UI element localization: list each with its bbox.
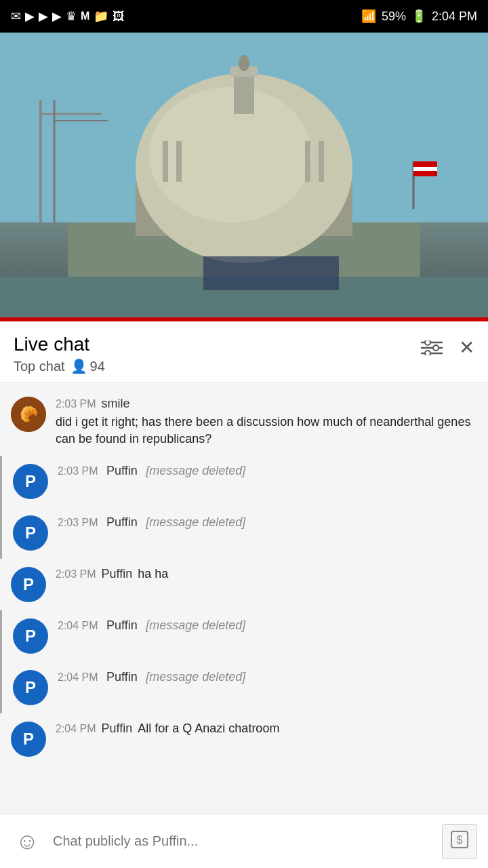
list-item: P 2:04 PM Puffin [message deleted] [0,662,488,713]
svg-text:🥐: 🥐 [20,405,39,423]
send-icon-svg: $ [450,830,469,849]
chat-input[interactable] [53,825,432,858]
video-content [0,33,488,317]
message-author: smile [102,397,130,411]
clock: 2:04 PM [432,9,477,24]
chat-messages: 🥐 2:03 PM smile did i get it right; has … [0,383,488,831]
live-chat-title: Live chat [14,334,105,355]
m-icon: M [81,10,89,22]
message-deleted: [message deleted] [146,515,245,529]
viewers-icon: 👤 [70,358,87,374]
message-time: 2:03 PM [58,517,98,528]
close-button[interactable]: ✕ [459,336,474,359]
message-icon: ✉ [11,9,21,24]
status-bar: ✉ ▶ ▶ ▶ ♛ M 📁 🖼 📶 59% 🔋 2:04 PM [0,0,488,33]
message-time: 2:04 PM [56,723,96,735]
video-area[interactable] [0,33,488,317]
status-icons-left: ✉ ▶ ▶ ▶ ♛ M 📁 🖼 [11,9,125,24]
message-author: Puffin [106,618,138,632]
avatar: P [13,515,48,551]
avatar: P [13,618,48,654]
svg-rect-11 [319,141,324,182]
live-chat-title-area: Live chat Top chat 👤 94 [14,334,105,374]
svg-point-22 [425,340,430,345]
message-deleted: [message deleted] [146,618,245,632]
folder-icon: 📁 [94,9,108,24]
message-deleted: [message deleted] [146,464,245,477]
svg-point-7 [239,55,249,71]
play-icon-2: ▶ [39,9,48,24]
message-content: 2:03 PM Puffin [message deleted] [58,515,477,530]
list-item: P 2:03 PM Puffin ha ha [0,559,488,610]
viewer-count: 👤 94 [70,358,105,374]
message-text: did i get it right; has there been a dis… [56,414,477,448]
message-time: 2:03 PM [56,568,96,580]
top-chat-label[interactable]: Top chat [14,359,65,374]
svg-point-26 [425,351,430,355]
message-text: All for a Q Anazi chatroom [138,722,279,736]
avatar: P [11,722,46,757]
smile-avatar: 🥐 [11,397,46,432]
viewer-count-number: 94 [90,359,105,374]
message-content: 2:04 PM Puffin [message deleted] [58,670,477,684]
avatar: 🥐 [11,397,46,432]
message-content: 2:04 PM Puffin All for a Q Anazi chatroo… [56,722,477,738]
message-meta: 2:03 PM smile [56,397,477,411]
emoji-button[interactable]: ☺ [11,825,43,858]
avatar: P [13,464,48,499]
message-time: 2:04 PM [58,620,98,631]
avatar: P [13,670,48,705]
svg-rect-18 [413,167,437,171]
list-item: P 2:04 PM Puffin All for a Q Anazi chatr… [0,713,488,765]
svg-point-4 [149,87,312,222]
message-meta: 2:04 PM Puffin All for a Q Anazi chatroo… [56,722,477,736]
live-chat-header: Live chat Top chat 👤 94 ✕ [0,321,488,383]
message-author: Puffin [102,722,133,736]
message-deleted: [message deleted] [146,670,245,684]
list-item: P 2:04 PM Puffin [message deleted] [0,610,488,662]
send-icon: $ [450,830,469,853]
svg-rect-8 [163,141,168,182]
message-meta: 2:03 PM Puffin ha ha [56,567,477,581]
status-icons-right: 📶 59% 🔋 2:04 PM [361,9,477,24]
crown-icon: ♛ [66,9,77,24]
send-button[interactable]: $ [442,824,477,859]
message-author: Puffin [106,515,138,529]
message-author: Puffin [106,670,138,684]
filter-icon-svg [421,340,443,355]
filter-button[interactable] [421,340,443,355]
message-time: 2:04 PM [58,671,98,683]
svg-rect-10 [305,141,310,182]
emoji-icon: ☺ [16,828,39,854]
svg-text:$: $ [457,834,463,846]
play-icon-1: ▶ [25,9,35,24]
message-content: 2:03 PM smile did i get it right; has th… [56,397,477,448]
message-author: Puffin [106,464,138,477]
play-icon-3: ▶ [52,9,62,24]
battery-text: 59% [382,9,406,24]
message-time: 2:03 PM [56,398,96,410]
message-content: 2:03 PM Puffin ha ha [56,567,477,584]
header-actions: ✕ [421,334,474,359]
chat-input-bar: ☺ $ [0,814,488,868]
wifi-icon: 📶 [361,9,376,24]
list-item: P 2:03 PM Puffin [message deleted] [0,456,488,507]
svg-point-24 [433,345,439,351]
list-item: P 2:03 PM Puffin [message deleted] [0,507,488,559]
list-item: 🥐 2:03 PM smile did i get it right; has … [0,389,488,456]
message-time: 2:03 PM [58,465,98,477]
message-author: Puffin [102,567,133,581]
avatar: P [11,567,46,602]
message-text: ha ha [138,567,168,581]
svg-rect-5 [234,73,254,114]
message-content: 2:04 PM Puffin [message deleted] [58,618,477,633]
svg-rect-9 [176,141,182,182]
message-content: 2:03 PM Puffin [message deleted] [58,464,477,478]
live-chat-subtitle: Top chat 👤 94 [14,358,105,374]
battery-icon: 🔋 [411,9,426,24]
svg-rect-20 [203,256,339,290]
image-icon: 🖼 [113,9,125,24]
